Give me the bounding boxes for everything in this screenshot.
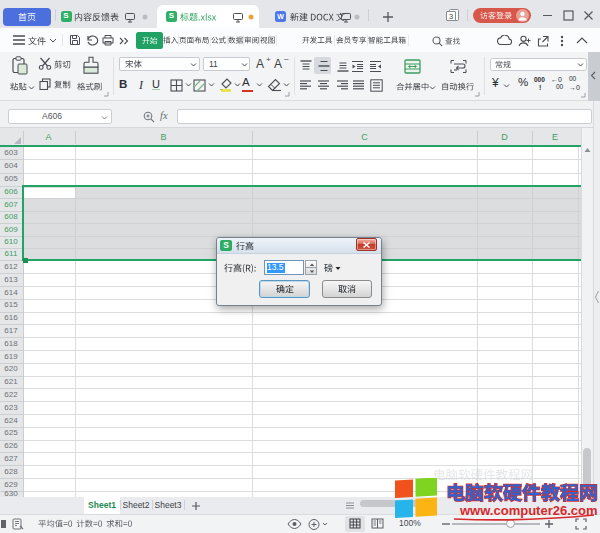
svg-text:3: 3 — [449, 12, 454, 21]
